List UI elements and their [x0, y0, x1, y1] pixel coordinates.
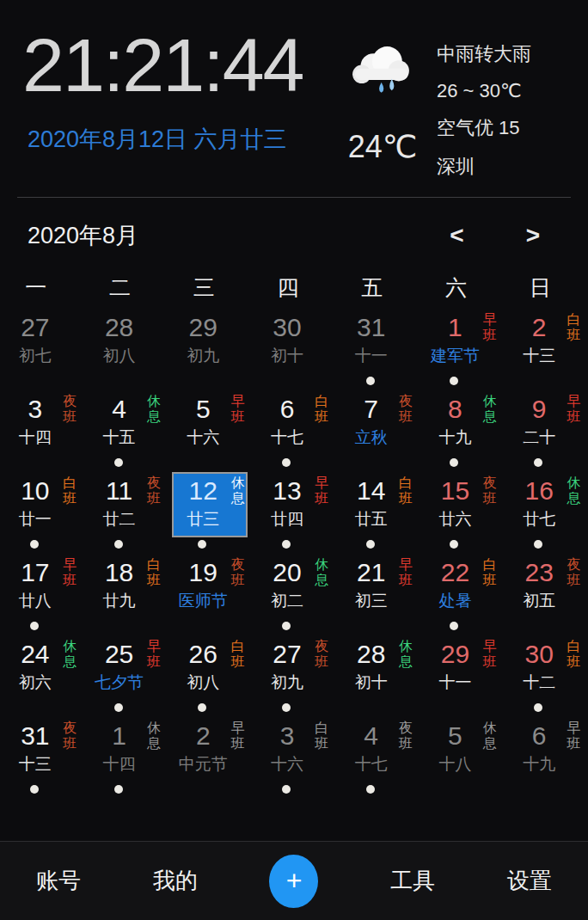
add-button[interactable]: + [269, 855, 318, 908]
lunar-label: 十七 [258, 427, 316, 448]
shift-label: 夜班 [482, 475, 497, 506]
nav-item-tools[interactable]: 工具 [390, 866, 435, 896]
calendar-day-cell[interactable]: 27 夜班 初九 [252, 634, 336, 715]
calendar-day-cell[interactable]: 8 休息 十九 [420, 389, 505, 470]
calendar-day-cell[interactable]: 28 初八 [84, 307, 168, 389]
calendar-day-cell[interactable]: 20 休息 初二 [252, 552, 336, 634]
day-number: 27 [273, 640, 301, 668]
shift-label: 白班 [399, 475, 413, 506]
day-number: 11 [106, 476, 132, 505]
day-number: 13 [273, 476, 301, 505]
calendar-day-cell[interactable]: 30 白班 十二 [504, 634, 588, 715]
calendar-day-cell[interactable]: 4 休息 十五 [84, 389, 168, 470]
weekday-wed: 三 [168, 273, 252, 302]
calendar-day-cell[interactable]: 1 休息 十四 [84, 715, 168, 797]
calendar-day-cell[interactable]: 31 十一 [336, 307, 420, 389]
calendar-day-cell[interactable]: 23 夜班 初五 [504, 552, 588, 634]
day-number: 31 [21, 721, 49, 750]
calendar-day-cell[interactable]: 19 夜班 医师节 [168, 552, 252, 634]
day-number: 29 [441, 640, 469, 668]
day-number: 18 [105, 558, 133, 586]
calendar-day-cell[interactable]: 6 白班 十七 [252, 389, 336, 470]
event-dot [534, 458, 542, 467]
calendar-day-cell[interactable]: 30 初十 [252, 307, 336, 389]
day-number: 5 [196, 395, 211, 423]
shift-label: 夜班 [146, 475, 161, 506]
calendar-day-cell[interactable]: 29 初九 [168, 307, 252, 389]
lunar-label: 廿六 [426, 509, 485, 530]
day-number: 1 [112, 721, 126, 750]
weekday-sat: 六 [420, 273, 505, 302]
lunar-label: 廿三 [174, 509, 232, 530]
calendar-day-cell[interactable]: 27 初七 [0, 307, 84, 389]
calendar-day-cell[interactable]: 24 休息 初六 [0, 634, 84, 715]
calendar-day-cell[interactable]: 26 白班 初八 [168, 634, 252, 715]
lunar-label: 初三 [342, 591, 401, 611]
shift-label: 白班 [567, 639, 581, 670]
calendar-day-cell[interactable]: 7 夜班 立秋 [336, 389, 420, 470]
calendar-day-cell[interactable]: 11 夜班 廿二 [84, 470, 168, 552]
weekday-thu: 四 [252, 273, 336, 302]
next-month-button[interactable]: > [526, 222, 540, 249]
calendar-day-cell[interactable]: 29 早班 十一 [420, 634, 505, 715]
event-dot [114, 703, 123, 712]
event-dot [282, 458, 291, 467]
calendar-day-cell[interactable]: 17 早班 廿八 [0, 552, 84, 634]
lunar-label: 十三 [6, 754, 64, 775]
calendar-day-cell[interactable]: 9 早班 二十 [504, 389, 588, 470]
calendar-day-cell[interactable]: 22 白班 处暑 [420, 552, 505, 634]
calendar-day-cell[interactable]: 6 早班 十九 [504, 715, 588, 797]
nav-item-settings[interactable]: 设置 [507, 866, 552, 896]
calendar-day-cell[interactable]: 13 早班 廿四 [252, 470, 336, 552]
calendar-day-cell[interactable]: 25 早班 七夕节 [84, 634, 168, 715]
calendar-day-cell[interactable]: 3 夜班 十四 [0, 389, 84, 470]
calendar-day-cell[interactable]: 16 休息 廿七 [504, 470, 588, 552]
shift-label: 白班 [230, 639, 245, 670]
prev-month-button[interactable]: < [450, 222, 463, 249]
calendar-day-cell[interactable]: 10 白班 廿一 [0, 470, 84, 552]
shift-label: 早班 [230, 394, 245, 425]
weekday-header: 一 二 三 四 五 六 日 [0, 260, 588, 307]
day-number: 7 [364, 395, 378, 423]
day-number: 30 [524, 640, 553, 668]
shift-label: 早班 [567, 721, 581, 751]
lunar-label: 初六 [6, 672, 64, 693]
calendar-day-cell[interactable]: 5 休息 十八 [420, 715, 505, 797]
event-dot [30, 785, 39, 794]
current-temperature: 24℃ [348, 129, 417, 165]
shift-label: 早班 [63, 557, 77, 588]
calendar-day-cell[interactable]: 15 夜班 廿六 [420, 470, 505, 552]
calendar-day-cell[interactable]: 28 休息 初十 [336, 634, 420, 715]
day-number: 10 [21, 476, 49, 505]
day-number: 31 [357, 313, 385, 341]
weather-block[interactable]: 24℃ 中雨转大雨 26 ~ 30℃ 空气优 15 深圳 [335, 22, 566, 180]
current-date[interactable]: 2020年8月12日 六月廿三 [28, 124, 303, 155]
lunar-label: 廿五 [342, 509, 401, 530]
shift-label: 早班 [482, 312, 497, 343]
lunar-label: 初五 [510, 591, 568, 611]
lunar-label: 七夕节 [90, 672, 149, 693]
nav-item-mine[interactable]: 我的 [153, 866, 198, 896]
shift-label: 早班 [315, 475, 329, 506]
calendar-day-cell[interactable]: 2 早班 中元节 [168, 715, 252, 797]
calendar-day-cell[interactable]: 3 白班 十六 [252, 715, 336, 797]
shift-label: 休息 [567, 475, 581, 506]
day-number: 14 [357, 476, 385, 505]
lunar-label: 廿七 [510, 509, 568, 530]
nav-item-account[interactable]: 账号 [36, 866, 81, 896]
calendar-day-cell[interactable]: 18 白班 廿九 [84, 552, 168, 634]
calendar-day-cell[interactable]: 31 夜班 十三 [0, 715, 84, 797]
calendar-day-cell[interactable]: 5 早班 十六 [168, 389, 252, 470]
calendar-day-cell[interactable]: 21 早班 初三 [336, 552, 420, 634]
shift-label: 休息 [399, 639, 413, 670]
weather-temp-range: 26 ~ 30℃ [437, 80, 566, 102]
calendar-day-cell[interactable]: 4 夜班 十七 [336, 715, 420, 797]
calendar-day-cell[interactable]: 1 早班 建军节 [420, 307, 505, 389]
event-dot [198, 540, 206, 549]
calendar-day-cell[interactable]: 2 白班 十三 [504, 307, 588, 389]
calendar-day-cell[interactable]: 14 白班 廿五 [336, 470, 420, 552]
day-number: 2 [196, 721, 211, 750]
shift-label: 夜班 [63, 721, 77, 751]
calendar-day-cell[interactable]: 12 休息 廿三 [168, 470, 252, 552]
day-number: 20 [273, 558, 301, 586]
